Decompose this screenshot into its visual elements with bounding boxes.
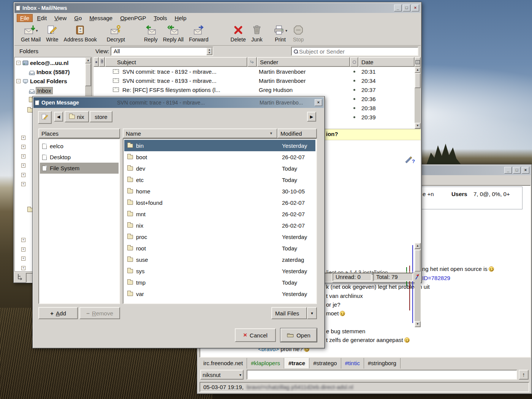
menu-message[interactable]: Message <box>86 14 116 22</box>
scroll-up-arrow[interactable] <box>415 67 421 73</box>
place-item-file-system[interactable]: File System <box>40 163 119 174</box>
expander-icon[interactable] <box>21 145 25 149</box>
add-place-button[interactable]: + Add <box>38 307 78 319</box>
column-picker-button[interactable] <box>415 57 421 67</box>
decrypt-button[interactable]: Decrypt <box>104 24 128 43</box>
mail-titlebar[interactable]: Inbox - Mail/News _ □ × <box>14 3 421 13</box>
file-row-sys[interactable]: sysYesterday <box>124 265 315 277</box>
file-row-bin[interactable]: binYesterday <box>124 140 315 151</box>
expander-icon[interactable] <box>21 266 25 270</box>
place-item-eelco[interactable]: eelco <box>40 141 119 152</box>
scroll-up-arrow[interactable] <box>85 57 91 63</box>
file-row-suse[interactable]: susezaterdag <box>124 254 315 265</box>
search-input[interactable] <box>298 48 416 55</box>
file-row-root[interactable]: rootToday <box>124 242 315 254</box>
file-row-nix[interactable]: nix26-02-07 <box>124 220 315 231</box>
nick-selector[interactable]: niksnut ▾ <box>200 370 244 380</box>
view-select-spinner[interactable]: ▴▾ <box>206 48 212 55</box>
subject-column-header[interactable]: Subject <box>105 57 247 67</box>
file-row-tmp[interactable]: tmpToday <box>124 277 315 288</box>
menu-tools[interactable]: Tools <box>150 14 171 22</box>
scrollbar-thumb[interactable] <box>85 63 91 86</box>
path-forward-button[interactable]: ▶ <box>307 112 316 122</box>
chevron-down-icon[interactable]: ▾ <box>285 28 287 33</box>
expander-icon[interactable] <box>16 79 21 83</box>
reply-all-button[interactable]: Reply All <box>160 24 186 43</box>
address-book-button[interactable]: Address Book <box>61 24 100 43</box>
tab-server[interactable]: irc.freenode.net <box>200 358 247 369</box>
message-list-scrollbar[interactable] <box>415 67 421 129</box>
expander-icon[interactable] <box>21 182 25 186</box>
dialog-close-button[interactable]: × <box>315 99 322 106</box>
menu-edit[interactable]: Edit <box>33 14 50 22</box>
print-button[interactable]: ▾ Print <box>271 24 290 43</box>
forward-button[interactable]: Forward <box>186 24 211 43</box>
tab-stringborg[interactable]: #stringborg <box>364 358 401 369</box>
expander-icon[interactable] <box>21 163 25 168</box>
scroll-down-arrow[interactable] <box>415 321 421 327</box>
message-row[interactable]: SVN commit: trace - 8192 - mbrave... Mar… <box>93 67 415 76</box>
file-type-filter[interactable]: Mail Files <box>271 307 307 319</box>
mail-maximize-button[interactable]: □ <box>403 5 410 11</box>
mail-close-button[interactable]: × <box>412 5 419 11</box>
thread-sort-column-header[interactable] <box>247 57 257 67</box>
expander-icon[interactable] <box>21 173 25 177</box>
expander-icon[interactable] <box>16 61 21 65</box>
folder-tree-item[interactable]: eelco@...uu.nl <box>15 59 91 68</box>
scrollbar-thumb[interactable] <box>415 73 421 88</box>
path-button-store[interactable]: store <box>90 111 112 122</box>
delete-button[interactable]: Delete <box>228 24 249 43</box>
path-back-button[interactable]: ◀ <box>54 112 63 122</box>
expander-icon[interactable] <box>21 247 25 252</box>
remove-place-button[interactable]: − Remove <box>79 307 120 319</box>
cancel-button[interactable]: × Cancel <box>235 328 276 342</box>
scroll-latest-button[interactable]: ↑ <box>519 370 529 380</box>
file-row-var[interactable]: varYesterday <box>124 288 315 299</box>
tab-trace[interactable]: #trace <box>284 358 309 369</box>
menu-openpgp[interactable]: OpenPGP <box>117 14 149 22</box>
scroll-up-arrow[interactable] <box>415 243 421 249</box>
menu-go[interactable]: Go <box>71 14 85 22</box>
type-filename-toggle[interactable] <box>38 111 52 124</box>
folder-tree-item-selected[interactable]: Inbox <box>15 86 91 95</box>
expander-icon[interactable] <box>21 154 25 158</box>
preview-scrollbar[interactable] <box>415 243 421 327</box>
chat-input[interactable] <box>247 370 517 380</box>
menu-file[interactable]: File <box>17 14 33 22</box>
expander-icon[interactable] <box>21 136 25 140</box>
attachment-column-header[interactable] <box>99 57 105 67</box>
read-column-header[interactable] <box>350 57 358 67</box>
irc-maximize-button[interactable]: □ <box>513 167 521 174</box>
scroll-down-arrow[interactable] <box>415 123 421 129</box>
expander-icon[interactable] <box>21 238 25 242</box>
tab-klaplopers[interactable]: #klaplopers <box>247 358 284 369</box>
file-row-proc[interactable]: procYesterday <box>124 231 315 242</box>
name-column-header[interactable]: Name ▼ <box>123 128 277 138</box>
scrollbar-thumb[interactable] <box>415 250 421 272</box>
dialog-titlebar[interactable]: Open Message SVN commit: trace - 8194 - … <box>33 97 324 108</box>
menu-help[interactable]: Help <box>171 14 190 22</box>
message-row[interactable]: SVN commit: trace - 8193 - mbrave... Mar… <box>93 76 415 85</box>
write-button[interactable]: Write <box>43 24 61 43</box>
modified-column-header[interactable]: Modified <box>277 128 317 138</box>
path-button-nix[interactable]: nix <box>65 111 89 122</box>
mail-minimize-button[interactable]: _ <box>394 5 402 11</box>
thread-column-header[interactable] <box>93 57 99 67</box>
date-column-header[interactable]: Date <box>358 57 415 67</box>
irc-close-button[interactable]: × <box>522 167 529 174</box>
menu-view[interactable]: View <box>51 14 70 22</box>
tab-tintic[interactable]: #tintic <box>341 358 364 369</box>
file-row-home[interactable]: home30-10-05 <box>124 185 315 197</box>
file-row-lost-found[interactable]: lost+found26-02-07 <box>124 197 315 208</box>
tab-stratego[interactable]: #stratego <box>309 358 341 369</box>
junk-button[interactable]: Junk <box>249 24 265 43</box>
irc-minimize-button[interactable]: _ <box>504 167 512 174</box>
file-type-filter-arrow[interactable]: ▾ <box>307 307 317 319</box>
chevron-down-icon[interactable]: ▾ <box>36 28 38 33</box>
file-row-etc[interactable]: etcToday <box>124 174 315 185</box>
folder-tree-item[interactable]: Inbox (5587) <box>15 68 91 77</box>
open-button[interactable]: Open <box>280 328 317 342</box>
file-row-boot[interactable]: boot26-02-07 <box>124 151 315 163</box>
message-row[interactable]: Re: [RFC] FSFS filesystem options (l... … <box>93 85 415 94</box>
stop-button[interactable]: Stop <box>290 24 307 43</box>
